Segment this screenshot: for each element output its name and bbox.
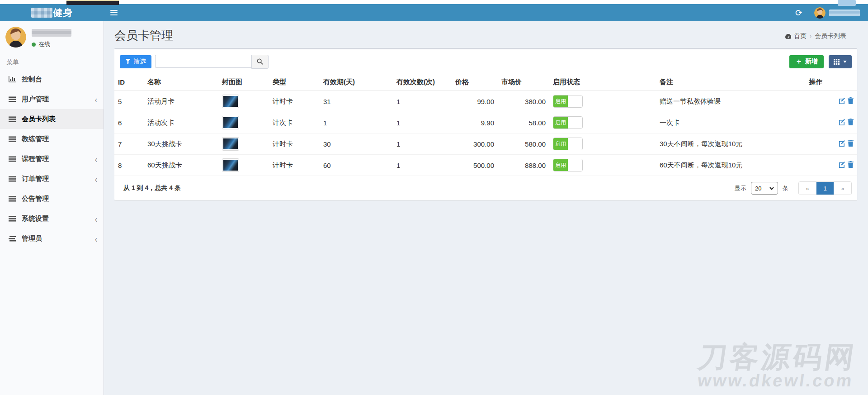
edit-icon[interactable] [839, 119, 845, 125]
cell-id: 6 [114, 112, 144, 133]
cell-market-price: 580.00 [498, 133, 549, 155]
sidebar-toggle-button[interactable] [104, 4, 124, 21]
cell-market-price: 58.00 [498, 112, 549, 133]
cover-thumbnail[interactable] [222, 158, 239, 172]
online-dot-icon [32, 43, 36, 47]
filter-button[interactable]: 筛选 [120, 55, 151, 68]
cell-name: 活动次卡 [144, 112, 218, 133]
avatar [5, 27, 26, 48]
logo-text: 健身 [53, 6, 73, 19]
pager-prev-button[interactable]: « [799, 182, 816, 195]
cover-image [223, 138, 238, 149]
censored-corner-block [838, 0, 856, 6]
search-input[interactable] [155, 55, 251, 68]
list-indent-icon [9, 236, 19, 242]
columns-dropdown-button[interactable] [829, 55, 852, 68]
toggle-on-label: 启用 [553, 95, 568, 107]
list-icon [9, 116, 19, 122]
cell-valid-times: 1 [393, 112, 452, 133]
cell-price: 300.00 [452, 133, 498, 155]
grid-icon [834, 59, 840, 65]
cell-valid-days: 30 [320, 133, 393, 155]
cell-id: 5 [114, 91, 144, 112]
caret-down-icon [843, 61, 847, 63]
col-header-actions: 操作 [805, 74, 857, 91]
toggle-off-track [568, 159, 582, 171]
sidebar-item-label: 会员卡列表 [22, 115, 56, 124]
page-size-select[interactable]: 20 [751, 182, 778, 195]
cell-type: 计次卡 [269, 112, 320, 133]
refresh-icon: ⟳ [795, 9, 802, 17]
hamburger-icon [110, 10, 118, 15]
pagination-controls: 显示 20 条 « 1 » [735, 181, 852, 195]
record-summary: 从 1 到 4，总共 4 条 [120, 184, 181, 192]
pager: « 1 » [798, 181, 852, 195]
sidebar-item-member-cards[interactable]: 会员卡列表 [0, 109, 104, 129]
sidebar-item-courses[interactable]: 课程管理 ‹ [0, 149, 104, 169]
breadcrumb-home[interactable]: 首页 [785, 32, 807, 40]
breadcrumb: 首页 › 会员卡列表 [785, 32, 846, 40]
toggle-on-label: 启用 [553, 117, 568, 128]
cell-valid-days: 1 [320, 112, 393, 133]
membership-card-table: ID 名称 封面图 类型 有效期(天) 有效次数(次) 价格 市场价 启用状态 … [114, 74, 857, 176]
search-icon [257, 58, 263, 65]
delete-icon[interactable] [848, 119, 854, 125]
cover-thumbnail[interactable] [222, 116, 239, 129]
table-row: 5 活动月卡 计时卡 31 1 99.00 380.00 启用 赠送一节私教体验… [114, 91, 857, 112]
list-icon [9, 176, 19, 182]
sidebar-item-settings[interactable]: 系统设置 ‹ [0, 209, 104, 228]
cell-type: 计时卡 [269, 133, 320, 155]
edit-icon[interactable] [839, 97, 845, 104]
pager-page-1[interactable]: 1 [816, 182, 834, 195]
watermark-line2: www.dkewl.com [694, 371, 855, 390]
sidebar-item-coaches[interactable]: 教练管理 [0, 129, 104, 149]
cell-valid-days: 31 [320, 91, 393, 112]
list-icon [9, 196, 19, 202]
delete-icon[interactable] [848, 97, 854, 104]
cell-market-price: 888.00 [498, 155, 549, 176]
cell-valid-times: 1 [393, 133, 452, 155]
cell-remark: 一次卡 [656, 112, 805, 133]
col-header-cover: 封面图 [218, 74, 269, 91]
search-button[interactable] [251, 55, 269, 69]
user-menu[interactable] [810, 4, 864, 21]
chevron-left-icon: ‹ [95, 214, 97, 224]
cover-thumbnail[interactable] [222, 137, 239, 151]
cell-name: 活动月卡 [144, 91, 218, 112]
sidebar-item-admins[interactable]: 管理员 ‹ [0, 228, 104, 248]
table-header-row: ID 名称 封面图 类型 有效期(天) 有效次数(次) 价格 市场价 启用状态 … [114, 74, 857, 91]
sidebar-item-dashboard[interactable]: 控制台 [0, 69, 104, 89]
toggle-on-label: 启用 [553, 138, 568, 150]
col-header-market-price: 市场价 [498, 74, 549, 91]
avatar [814, 7, 826, 19]
edit-icon[interactable] [839, 161, 845, 168]
delete-icon[interactable] [848, 161, 854, 168]
censored-username [829, 10, 860, 16]
status-toggle[interactable]: 启用 [553, 138, 583, 150]
status-toggle[interactable]: 启用 [553, 116, 583, 129]
watermark: 刀客源码网 www.dkewl.com [694, 343, 859, 390]
bar-chart-icon [9, 76, 19, 82]
sidebar-item-announcements[interactable]: 公告管理 [0, 189, 104, 209]
status-toggle[interactable]: 启用 [553, 159, 583, 171]
sidebar-item-orders[interactable]: 订单管理 ‹ [0, 169, 104, 189]
cover-thumbnail[interactable] [222, 95, 239, 108]
col-header-price: 价格 [452, 74, 498, 91]
top-navbar: 健身 ⟳ [0, 4, 868, 21]
filter-button-label: 筛选 [133, 57, 146, 66]
edit-icon[interactable] [839, 140, 845, 147]
cell-price: 99.00 [452, 91, 498, 112]
chevron-left-icon: ‹ [95, 95, 97, 104]
status-toggle[interactable]: 启用 [553, 95, 583, 108]
toggle-off-track [568, 95, 582, 107]
pager-next-button[interactable]: » [834, 182, 851, 195]
cover-image [223, 96, 238, 107]
add-button[interactable]: ＋ 新增 [789, 55, 824, 68]
app-logo[interactable]: 健身 [0, 4, 104, 21]
watermark-line1: 刀客源码网 [696, 343, 859, 371]
page-size-value: 20 [755, 185, 761, 192]
refresh-button[interactable]: ⟳ [788, 4, 810, 21]
delete-icon[interactable] [848, 140, 854, 147]
sidebar-item-label: 订单管理 [22, 175, 49, 183]
sidebar-item-users[interactable]: 用户管理 ‹ [0, 89, 104, 109]
